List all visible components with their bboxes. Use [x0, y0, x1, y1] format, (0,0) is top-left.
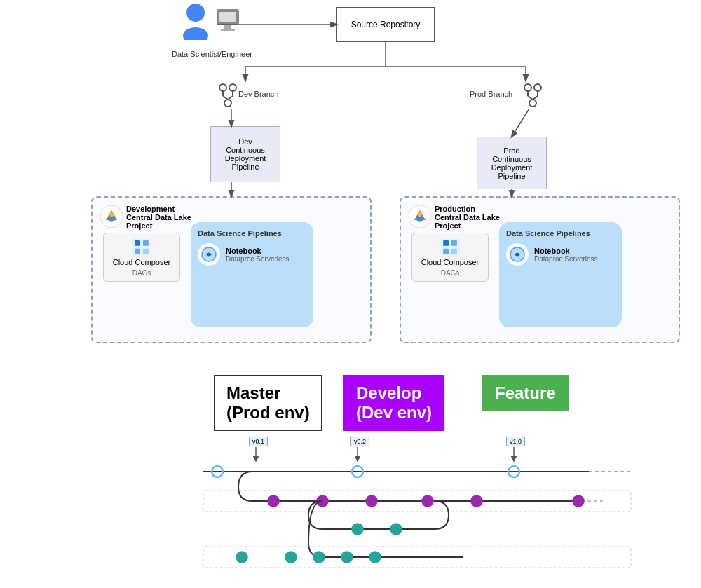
svg-line-46	[512, 109, 529, 137]
dev-pipelines-title: Data Science Pipelines	[198, 229, 306, 238]
master-branch-label: Master (Prod env)	[214, 375, 322, 431]
v02-tag: v0.2	[350, 437, 369, 446]
svg-point-8	[224, 100, 231, 107]
prod-pipelines-title: Data Science Pipelines	[506, 229, 615, 238]
svg-point-72	[313, 552, 325, 563]
svg-point-54	[352, 466, 363, 477]
svg-rect-34	[451, 240, 457, 246]
prod-notebook-icon	[506, 243, 529, 266]
git-dev-icon	[217, 81, 238, 111]
prod-project-container: Production Central Data Lake Project Clo…	[400, 196, 680, 343]
svg-point-70	[236, 552, 247, 563]
git-prod-icon	[522, 81, 543, 111]
svg-rect-69	[203, 547, 631, 568]
prod-pipelines-box: Data Science Pipelines Notebook Dataproc…	[499, 222, 622, 327]
svg-rect-23	[132, 238, 151, 257]
svg-point-6	[219, 84, 226, 91]
feature-branch-label: Feature	[482, 375, 569, 411]
svg-point-55	[508, 466, 519, 477]
svg-rect-26	[135, 249, 140, 254]
svg-point-62	[422, 495, 433, 507]
svg-point-31	[418, 212, 422, 217]
svg-point-64	[573, 495, 584, 507]
dev-pipelines-box: Data Science Pipelines Notebook Dataproc…	[191, 222, 313, 327]
top-architecture-diagram: Data Scientist/Engineer Source Repositor…	[0, 0, 701, 350]
svg-rect-33	[443, 240, 449, 246]
svg-point-71	[285, 552, 297, 563]
svg-rect-5	[219, 12, 236, 22]
svg-rect-35	[443, 249, 449, 254]
dev-branch-label: Dev Branch	[238, 90, 278, 98]
prod-composer-icon	[440, 238, 460, 257]
svg-point-73	[341, 552, 353, 563]
svg-point-1	[183, 27, 208, 40]
svg-line-18	[528, 96, 533, 100]
prod-pipeline-box: Prod Continuous Deployment Pipeline	[477, 137, 547, 189]
dev-gcp-logo	[100, 205, 123, 231]
svg-point-67	[390, 524, 402, 535]
svg-rect-32	[440, 238, 460, 257]
svg-rect-27	[143, 249, 149, 254]
dev-notebook-label: Notebook Dataproc Serverless	[226, 247, 290, 263]
svg-rect-4	[221, 29, 235, 31]
prod-project-title: Production Central Data Lake Project	[435, 205, 500, 230]
svg-point-13	[524, 84, 531, 91]
prod-composer-box: Cloud Composer DAGs	[411, 233, 489, 282]
prod-dags-label: DAGs	[441, 269, 460, 277]
data-scientist-icon	[182, 4, 209, 40]
feature-label-text: Feature	[495, 383, 556, 402]
svg-point-7	[229, 84, 236, 91]
dev-pipeline-label: Dev Continuous Deployment Pipeline	[225, 137, 266, 171]
dev-composer-icon	[132, 238, 151, 257]
prod-composer-label: Cloud Composer	[421, 257, 479, 267]
develop-label-text: Develop (Dev env)	[356, 383, 432, 422]
svg-rect-25	[143, 240, 149, 246]
dev-notebook-item: Notebook Dataproc Serverless	[198, 243, 306, 266]
v10-tag: v1.0	[506, 437, 525, 446]
dev-notebook-icon	[198, 243, 220, 266]
svg-rect-24	[135, 240, 140, 246]
prod-notebook-label: Notebook Dataproc Serverless	[534, 247, 598, 263]
svg-point-22	[109, 212, 114, 217]
prod-branch-label: Prod Branch	[470, 90, 512, 98]
master-label-text: Master (Prod env)	[226, 383, 310, 422]
svg-point-53	[212, 466, 223, 477]
dev-dags-label: DAGs	[132, 269, 151, 277]
prod-pipeline-label: Prod Continuous Deployment Pipeline	[491, 146, 533, 180]
dev-project-title: Development Central Data Lake Project	[126, 205, 191, 230]
svg-line-12	[228, 96, 233, 100]
svg-point-61	[366, 495, 377, 507]
source-repo-label: Source Repository	[351, 20, 421, 29]
svg-point-66	[352, 524, 363, 535]
svg-point-15	[529, 100, 536, 107]
svg-rect-3	[224, 25, 231, 29]
prod-gcp-logo	[408, 205, 432, 231]
person-label: Data Scientist/Engineer	[172, 50, 252, 58]
prod-notebook-item: Notebook Dataproc Serverless	[506, 243, 615, 266]
develop-branch-label: Develop (Dev env)	[343, 375, 444, 431]
svg-point-14	[534, 84, 541, 91]
dev-pipeline-box: Dev Continuous Deployment Pipeline	[210, 126, 280, 182]
dev-composer-label: Cloud Composer	[113, 257, 171, 267]
engineer-icon	[215, 4, 241, 40]
v01-tag: v0.1	[249, 437, 268, 446]
svg-line-11	[223, 96, 228, 100]
svg-point-0	[186, 4, 205, 22]
git-diagram: Master (Prod env) Develop (Dev env) Feat…	[0, 354, 701, 588]
person-icons-group: Data Scientist/Engineer	[172, 4, 252, 58]
svg-rect-36	[451, 249, 457, 254]
svg-point-63	[471, 495, 482, 507]
svg-point-59	[268, 495, 279, 507]
svg-rect-56	[203, 491, 631, 512]
svg-point-74	[369, 552, 381, 563]
svg-point-60	[317, 495, 328, 507]
svg-line-19	[533, 96, 538, 100]
dev-composer-box: Cloud Composer DAGs	[103, 233, 180, 282]
dev-project-container: Development Central Data Lake Project Cl…	[91, 196, 372, 343]
source-repository-box: Source Repository	[336, 7, 435, 42]
